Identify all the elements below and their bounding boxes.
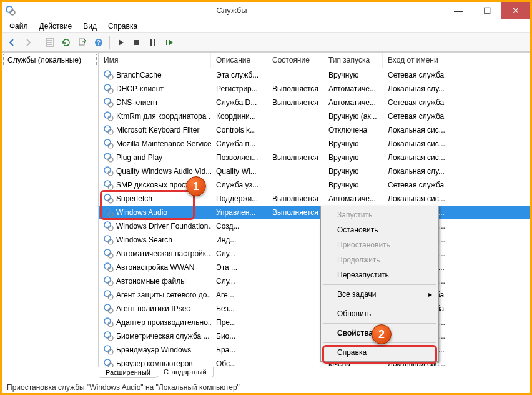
header-logon-as[interactable]: Вход от имени (383, 52, 530, 68)
restart-service-button[interactable] (162, 35, 177, 50)
maximize-button[interactable]: ☐ (473, 2, 501, 19)
svg-rect-9 (134, 40, 139, 45)
ctx-stop[interactable]: Остановить (322, 222, 437, 238)
header-name[interactable]: Имя (99, 52, 211, 68)
properties-button[interactable] (42, 35, 57, 50)
ctx-restart[interactable]: Перезапустить (322, 268, 437, 282)
header-startup-type[interactable]: Тип запуска (323, 52, 383, 68)
svg-point-53 (104, 346, 111, 352)
service-row[interactable]: Quality Windows Audio Vid...Quality Wi..… (99, 164, 530, 178)
back-button[interactable] (4, 35, 19, 50)
service-row[interactable]: Биометрическая служба ...Био...ную (ак..… (99, 329, 530, 343)
service-name: Автономные файлы (116, 277, 186, 286)
svg-point-17 (104, 98, 111, 104)
ctx-all-tasks[interactable]: Все задачи (322, 287, 437, 302)
svg-point-43 (104, 277, 111, 283)
annotation-callout-1: 1 (186, 176, 206, 196)
service-row[interactable]: Агент политики IPsecБез...ную (ак...Сете… (99, 302, 530, 316)
svg-point-55 (104, 359, 111, 366)
svg-point-13 (104, 71, 111, 77)
service-startup-type: Автоматиче... (323, 84, 383, 93)
refresh-button[interactable] (59, 35, 74, 50)
ctx-help[interactable]: Справка (322, 345, 437, 360)
tab-standard[interactable]: Стандартный (157, 367, 214, 378)
service-name: Microsoft Keyboard Filter (116, 126, 199, 134)
service-row[interactable]: Автономные файлыСлу...ную (ак...Локальна… (99, 274, 530, 288)
service-startup-type: Вручную (323, 153, 383, 162)
service-status: Выполняется (267, 153, 323, 162)
service-row[interactable]: Браузер компьютеровОбс...юченаЛокальная … (99, 357, 530, 367)
ctx-start: Запустить (322, 208, 437, 222)
service-row[interactable]: Адаптер производительно...Пре...нуюЛокал… (99, 316, 530, 329)
tab-extended[interactable]: Расширенный (99, 368, 157, 378)
service-startup-type: Вручную (323, 71, 383, 79)
service-name: BranchCache (116, 71, 162, 79)
service-row[interactable]: DHCP-клиентРегистрир...ВыполняетсяАвтома… (99, 82, 530, 96)
ctx-pause: Приостановить (322, 238, 437, 252)
service-row[interactable]: Брандмауэр WindowsБра...матиче...Локальн… (99, 343, 530, 357)
svg-point-0 (6, 6, 12, 12)
start-service-button[interactable] (113, 35, 128, 50)
service-icon (104, 345, 114, 355)
service-description: Обс... (211, 359, 267, 367)
service-name: Агент политики IPsec (116, 304, 190, 313)
help-button[interactable]: ? (91, 35, 106, 50)
service-row[interactable]: KtmRm для координатора ...Координи...Вру… (99, 109, 530, 123)
svg-point-33 (104, 208, 111, 214)
service-row[interactable]: Автоматическая настройк...Слу...ную (ак.… (99, 247, 530, 261)
service-startup-type: Вручную (323, 139, 383, 148)
tree-item-local-services[interactable]: Службы (локальные) (3, 54, 97, 66)
service-row[interactable]: SuperfetchПоддержи...ВыполняетсяАвтомати… (99, 192, 530, 206)
header-description[interactable]: Описание (211, 52, 267, 68)
service-row[interactable]: BranchCacheЭта служб...ВручнуюСетевая сл… (99, 68, 530, 82)
service-name: KtmRm для координатора ... (116, 112, 211, 121)
service-description: Без... (211, 304, 267, 313)
svg-point-49 (104, 318, 111, 324)
service-icon (104, 139, 114, 149)
menu-help[interactable]: Справка (103, 21, 142, 32)
svg-point-41 (104, 263, 111, 269)
header-status[interactable]: Состояние (267, 52, 323, 68)
export-button[interactable] (75, 35, 90, 50)
service-list[interactable]: BranchCacheЭта служб...ВручнуюСетевая сл… (99, 68, 530, 367)
service-name: Windows Audio (116, 208, 167, 217)
service-name: DNS-клиент (116, 98, 158, 107)
minimize-button[interactable]: — (444, 2, 473, 19)
service-description: Эта служб... (211, 71, 267, 79)
service-icon (104, 290, 114, 300)
service-startup-type: Вручную (ак... (323, 112, 383, 121)
menu-action[interactable]: Действие (34, 21, 77, 32)
forward-button[interactable] (21, 35, 36, 50)
service-row[interactable]: Plug and PlayПозволяет...ВыполняетсяВруч… (99, 151, 530, 164)
service-name: Windows Search (116, 236, 172, 244)
service-startup-type: Вручную (323, 167, 383, 176)
service-row[interactable]: Microsoft Keyboard FilterControls k...От… (99, 123, 530, 137)
stop-service-button[interactable] (129, 35, 144, 50)
service-row[interactable]: SMP дисковых простр...Служба уз...Вручну… (99, 178, 530, 192)
service-logon-as: Сетевая служба (383, 98, 530, 107)
service-row[interactable]: Автонастройка WWANЭта ...нуюЛокальная сл… (99, 261, 530, 274)
service-description: Служба уз... (211, 181, 267, 189)
service-status: Выполняется (267, 194, 323, 203)
menu-file[interactable]: Файл (4, 21, 33, 32)
service-row[interactable]: Windows Driver Foundation...Созд...ную (… (99, 219, 530, 233)
service-row[interactable]: Агент защиты сетевого до...Аге...нуюСете… (99, 288, 530, 302)
service-row[interactable]: DNS-клиентСлужба D...ВыполняетсяАвтомати… (99, 96, 530, 109)
service-status: Выполняется (267, 208, 323, 217)
service-row[interactable]: Windows SearchИнд...матиче...Локальная с… (99, 233, 530, 247)
service-row[interactable]: Windows AudioУправлен...ВыполняетсяАвтом… (99, 206, 530, 219)
service-logon-as: Локальная сис... (383, 139, 530, 148)
ctx-refresh[interactable]: Обновить (322, 306, 437, 321)
service-row[interactable]: Mozilla Maintenance ServiceСлужба п...Вр… (99, 137, 530, 151)
service-icon (104, 235, 114, 245)
service-icon (104, 125, 114, 135)
separator (39, 36, 39, 49)
service-description: Слу... (211, 249, 267, 258)
service-name: Plug and Play (116, 153, 162, 162)
pause-service-button[interactable] (145, 35, 160, 50)
menu-view[interactable]: Вид (78, 21, 102, 32)
service-icon (104, 111, 114, 121)
column-headers: Имя Описание Состояние Тип запуска Вход … (99, 52, 530, 68)
service-startup-type: Отключена (323, 126, 383, 134)
close-button[interactable]: ✕ (501, 2, 530, 19)
